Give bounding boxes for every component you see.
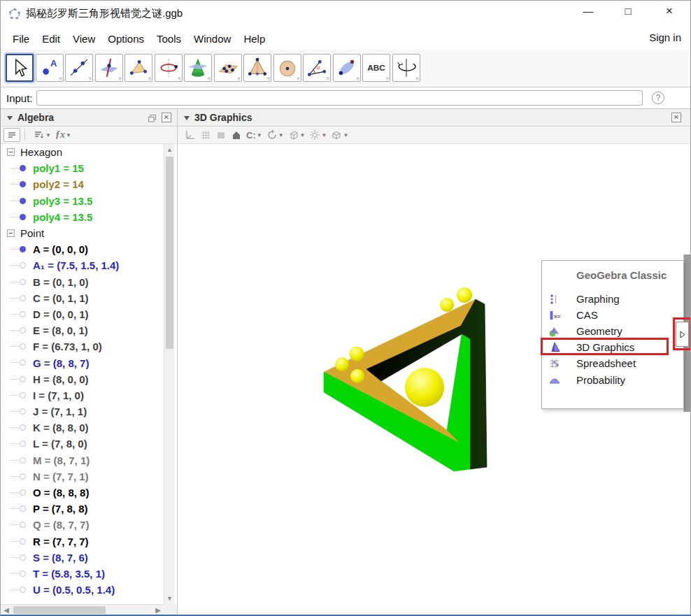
algebra-item-poly4[interactable]: poly4 = 13.5 [1,209,164,225]
text-tool[interactable]: ABC▿ [362,54,390,82]
visibility-toggle[interactable] [20,165,26,171]
dropdown-arrow-icon[interactable]: ▼ [300,132,306,138]
angle-tool[interactable]: α▿ [303,54,331,82]
point-capturing-icon[interactable]: C:▼ [246,130,262,141]
algebra-item-b[interactable]: B = (0, 1, 0) [1,274,164,290]
visibility-toggle[interactable] [20,457,26,464]
sphere-tool[interactable]: ▿ [273,54,301,82]
visibility-toggle[interactable] [20,424,26,431]
algebra-caret-icon[interactable] [7,116,13,120]
grid-icon[interactable] [200,129,211,141]
scroll-right-icon[interactable]: ▶ [152,605,164,616]
visibility-toggle[interactable] [20,489,26,496]
algebra-item-m[interactable]: M = (8, 7, 1) [1,452,164,468]
algebra-item-g[interactable]: G = (8, 8, 7) [1,354,164,371]
axes-icon[interactable] [185,129,196,141]
algebra-item-n[interactable]: N = (7, 7, 1) [1,468,164,485]
dropdown-arrow-icon[interactable]: ▼ [66,132,71,138]
perspective-geometry[interactable]: Geometry [542,323,683,339]
visibility-toggle[interactable] [20,198,26,204]
visibility-toggle[interactable] [20,279,26,285]
algebra-group-point[interactable]: Point [1,225,164,241]
auxiliary-objects-icon[interactable] [3,128,29,142]
perspective-cas[interactable]: x=CAS [542,307,683,323]
visibility-toggle[interactable] [20,295,26,301]
algebra-item-i[interactable]: I = (7, 1, 0) [1,387,164,403]
close-button[interactable]: × [653,1,685,23]
visibility-toggle[interactable] [20,311,26,317]
point-tool[interactable]: A▿ [36,54,64,82]
polygon-tool[interactable]: ▿ [124,54,152,82]
visibility-toggle[interactable] [20,262,26,268]
visibility-toggle[interactable] [20,440,26,447]
dropdown-arrow-icon[interactable]: ▼ [343,132,348,138]
circle-with-axis-tool[interactable]: ▿ [155,54,183,82]
dropdown-arrow-icon[interactable]: ▼ [321,132,327,138]
dropdown-arrow-icon[interactable]: ▼ [257,132,262,138]
visibility-toggle[interactable] [20,538,26,545]
tool-dropdown-icon[interactable]: ▿ [415,76,418,82]
scroll-down-icon[interactable]: ▼ [164,593,175,604]
dropdown-arrow-icon[interactable]: ▼ [278,132,284,138]
algebra-item-a[interactable]: A₁ = (7.5, 1.5, 1.4) [1,257,164,273]
algebra-item-a[interactable]: A = (0, 0, 0) [1,241,164,257]
visibility-toggle[interactable] [20,246,26,252]
perspective-spreadsheet[interactable]: Spreadsheet [542,355,683,371]
algebra-item-r[interactable]: R = (7, 7, 7) [1,533,164,550]
algebra-close-icon[interactable]: ✕ [162,113,171,122]
reflect-tool[interactable]: ▿ [333,54,361,82]
perpendicular-line-tool[interactable]: ▿ [95,54,123,82]
algebra-item-j[interactable]: J = (7, 1, 1) [1,403,164,420]
visibility-toggle[interactable] [20,214,26,220]
algebra-item-s[interactable]: S = (8, 7, 6) [1,550,164,566]
algebra-item-p[interactable]: P = (7, 8, 8) [1,501,164,517]
undock-icon[interactable] [148,113,157,122]
perspective-graphing[interactable]: Graphing [542,291,683,307]
algebra-item-e[interactable]: E = (8, 0, 1) [1,322,164,338]
visibility-toggle[interactable] [20,571,26,577]
tool-dropdown-icon[interactable]: ▿ [356,76,359,82]
input-help-icon[interactable]: ? [652,92,664,104]
auxiliary-objects-icon[interactable] [3,128,20,142]
perspective-probability[interactable]: Probability [542,371,683,387]
minimize-button[interactable]: — [572,1,604,23]
visibility-toggle[interactable] [20,408,26,415]
maximize-button[interactable]: □ [612,1,644,23]
algebra-item-q[interactable]: Q = (8, 7, 7) [1,517,164,533]
algebra-item-poly1[interactable]: poly1 = 15 [1,160,164,176]
input-field[interactable] [36,90,643,106]
algebra-vertical-scrollbar[interactable]: ▲ ▼ [164,144,175,604]
menu-options[interactable]: Options [101,33,150,45]
sign-in-link[interactable]: Sign in [649,31,681,43]
tool-dropdown-icon[interactable]: ▿ [59,76,62,82]
view3d-close-icon[interactable]: ✕ [671,113,681,122]
move-tool[interactable] [6,54,34,82]
horizontal-scroll-thumb[interactable] [13,606,106,614]
lighting-icon[interactable]: ▼ [309,129,327,141]
visibility-toggle[interactable] [20,554,26,561]
collapse-icon[interactable] [7,148,15,156]
line-tool[interactable]: ▿ [65,54,93,82]
rotate-view-tool[interactable]: ▿ [392,54,420,82]
visibility-toggle[interactable] [20,506,26,512]
tool-dropdown-icon[interactable]: ▿ [208,76,211,82]
tool-dropdown-icon[interactable]: ▿ [89,76,92,82]
tool-dropdown-icon[interactable]: ▿ [297,76,299,82]
algebra-item-u[interactable]: U = (0.5, 0.5, 1.4) [1,582,164,598]
menu-edit[interactable]: Edit [36,33,66,45]
collapse-icon[interactable] [7,229,15,237]
tool-dropdown-icon[interactable]: ▿ [118,76,121,82]
tool-dropdown-icon[interactable]: ▿ [237,76,240,82]
tool-dropdown-icon[interactable]: ▿ [267,76,270,82]
algebra-item-c[interactable]: C = (0, 1, 1) [1,290,164,306]
algebra-item-k[interactable]: K = (8, 8, 0) [1,420,164,436]
sort-by-icon[interactable]: ▼ [34,129,51,141]
algebra-item-d[interactable]: D = (0, 0, 1) [1,306,164,322]
visibility-toggle[interactable] [20,587,26,593]
visibility-toggle[interactable] [20,181,26,187]
visibility-toggle[interactable] [20,522,26,528]
algebra-item-f[interactable]: F = (6.73, 1, 0) [1,338,164,354]
visibility-toggle[interactable] [20,343,26,350]
tool-dropdown-icon[interactable]: ▿ [178,76,180,82]
function-style-icon[interactable]: ƒx▼ [55,129,71,141]
